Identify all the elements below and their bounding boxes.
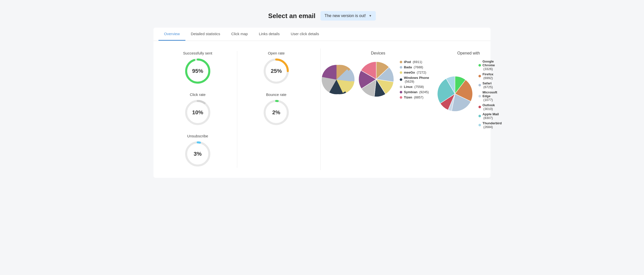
opened-with-section: Opened with Google Chrome (3326) Firefox… xyxy=(435,51,502,168)
bounce-rate-label: Bounce rate xyxy=(266,92,287,97)
bounce-rate-circle: 2% xyxy=(262,99,290,126)
devices-legend: iPod (6911) Bada (7688) meeGo (7272) xyxy=(400,60,433,99)
tabs-bar: Overview Detailed statistics Click map L… xyxy=(153,28,491,41)
metric-click-rate: Click rate 10% xyxy=(184,92,212,126)
header: Select an email The new version is out! … xyxy=(153,5,491,28)
devices-chart-body: iPod (6911) Bada (7688) meeGo (7272) xyxy=(323,60,433,100)
firefox-label: Firefox (6992) xyxy=(482,72,502,80)
left-panel: Successfully sent 95% Click rate xyxy=(158,48,315,170)
opened-pie-svg xyxy=(435,74,474,113)
sent-circle: 95% xyxy=(184,57,212,85)
apple-mail-dot xyxy=(478,115,481,117)
meego-dot xyxy=(400,71,402,74)
thunderbird-dot xyxy=(478,124,481,126)
legend-linux: Linux (7558) xyxy=(400,85,433,89)
legend-apple-mail: Apple Mail (8307) xyxy=(478,112,502,120)
metric-sent: Successfully sent 95% xyxy=(183,51,212,85)
metric-unsubscribe: Unsubscribe 3% xyxy=(184,134,212,168)
edge-dot xyxy=(478,95,481,97)
opened-with-legend: Google Chrome (3326) Firefox (6992) Safa… xyxy=(478,60,502,129)
safari-dot xyxy=(478,84,481,86)
metric-open-rate: Open rate 25% xyxy=(262,51,290,85)
symbian-label: Symbian (9245) xyxy=(404,90,429,94)
open-rate-label: Open rate xyxy=(268,51,285,55)
tab-click-map[interactable]: Click map xyxy=(226,28,253,41)
legend-thunderbird: Thunderbird (2684) xyxy=(478,121,502,129)
devices-pie-svg xyxy=(357,60,396,99)
legend-symbian: Symbian (9245) xyxy=(400,90,433,94)
chevron-down-icon: ▼ xyxy=(369,14,372,18)
thunderbird-label: Thunderbird (2684) xyxy=(482,121,502,129)
devices-title: Devices xyxy=(371,51,385,56)
chrome-dot xyxy=(478,64,481,67)
legend-tizen: Tizen (8857) xyxy=(400,95,433,99)
legend-edge: Microsoft Edge (1077) xyxy=(478,90,502,102)
windows-phone-label: Windows Phone (5629) xyxy=(404,76,433,83)
opened-with-pie-wrapper xyxy=(435,74,474,114)
windows-phone-dot xyxy=(400,78,402,81)
legend-firefox: Firefox (6992) xyxy=(478,72,502,80)
devices-pie-wrapper xyxy=(357,60,396,100)
open-rate-circle: 25% xyxy=(262,57,290,85)
metrics-col-left: Successfully sent 95% Click rate xyxy=(158,48,237,170)
page-wrapper: Select an email The new version is out! … xyxy=(146,0,498,183)
unsubscribe-label: Unsubscribe xyxy=(187,134,208,138)
tizen-label: Tizen (8857) xyxy=(404,95,423,99)
legend-windows-phone: Windows Phone (5629) xyxy=(400,76,433,83)
bada-dot xyxy=(400,66,402,69)
sent-value: 95% xyxy=(192,68,203,74)
legend-safari: Safari (6725) xyxy=(478,81,502,89)
legend-ipod: iPod (6911) xyxy=(400,60,433,64)
sent-label: Successfully sent xyxy=(183,51,212,55)
devices-pie-chart xyxy=(320,60,353,100)
unsubscribe-value: 3% xyxy=(194,151,202,157)
metrics-col-right: Open rate 25% Bounce rate xyxy=(237,48,316,170)
legend-chrome: Google Chrome (3326) xyxy=(478,60,502,71)
chrome-label: Google Chrome (3326) xyxy=(482,60,502,71)
ipod-dot xyxy=(400,61,402,63)
right-panel: Devices xyxy=(320,48,504,170)
safari-label: Safari (6725) xyxy=(482,81,502,89)
ipod-label: iPod (6911) xyxy=(404,60,422,64)
tizen-dot xyxy=(400,96,402,99)
click-rate-circle: 10% xyxy=(184,99,212,126)
symbian-dot xyxy=(400,91,402,93)
email-dropdown[interactable]: The new version is out! ▼ xyxy=(320,11,376,21)
opened-with-chart-body: Google Chrome (3326) Firefox (6992) Safa… xyxy=(435,60,502,129)
devices-section: Devices xyxy=(323,51,433,168)
apple-mail-label: Apple Mail (8307) xyxy=(482,112,502,120)
tab-overview[interactable]: Overview xyxy=(158,28,185,41)
open-rate-value: 25% xyxy=(271,68,282,74)
bounce-rate-value: 2% xyxy=(272,109,280,116)
legend-outlook: Outlook (3010) xyxy=(478,103,502,111)
edge-label: Microsoft Edge (1077) xyxy=(482,90,502,102)
click-rate-value: 10% xyxy=(192,109,203,116)
firefox-dot xyxy=(478,75,481,77)
linux-label: Linux (7558) xyxy=(404,85,424,89)
unsubscribe-circle: 3% xyxy=(184,140,212,168)
bada-label: Bada (7688) xyxy=(404,65,423,69)
tab-user-click-details[interactable]: User click details xyxy=(285,28,325,41)
legend-bada: Bada (7688) xyxy=(400,65,433,69)
page-title: Select an email xyxy=(268,12,315,20)
metric-bounce-rate: Bounce rate 2% xyxy=(262,92,290,126)
email-dropdown-label: The new version is out! xyxy=(325,14,366,18)
linux-dot xyxy=(400,86,402,88)
outlook-label: Outlook (3010) xyxy=(482,103,502,111)
meego-label: meeGo (7272) xyxy=(404,71,426,74)
legend-meego: meeGo (7272) xyxy=(400,71,433,74)
click-rate-label: Click rate xyxy=(190,92,206,97)
outlook-dot xyxy=(478,106,481,108)
main-content: Successfully sent 95% Click rate xyxy=(153,41,491,178)
tab-detailed-statistics[interactable]: Detailed statistics xyxy=(185,28,226,41)
opened-with-title: Opened with xyxy=(457,51,480,56)
tab-links-details[interactable]: Links details xyxy=(253,28,285,41)
